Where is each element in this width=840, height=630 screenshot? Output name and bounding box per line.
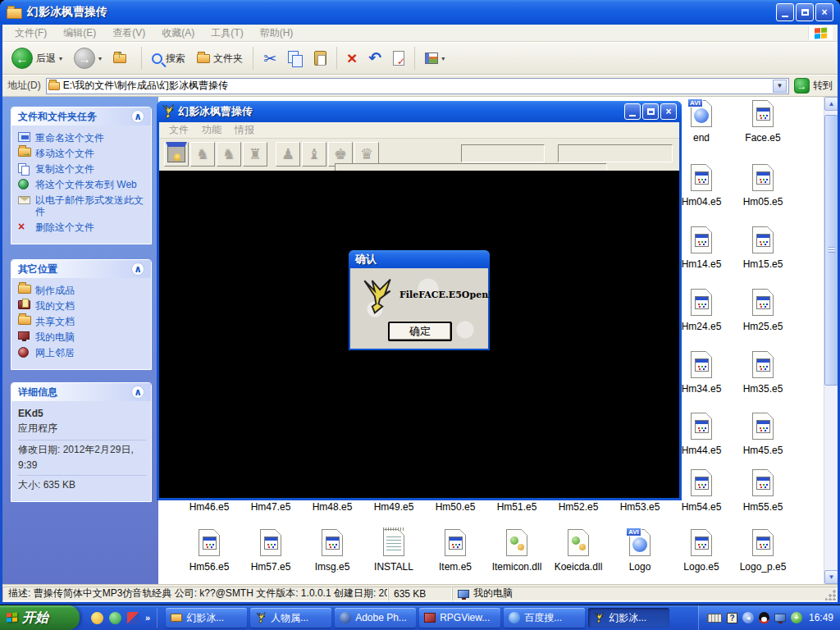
cut-button[interactable]: ✂ (259, 48, 281, 70)
taskbar-button-rpgviewer[interactable]: RPGView... (419, 608, 500, 628)
maximize-button[interactable] (796, 3, 814, 21)
menu-favorites[interactable]: 收藏(A) (154, 25, 202, 42)
file-item[interactable]: Hm56.e5 (180, 529, 238, 573)
chevron-up-icon[interactable]: ∧ (131, 386, 144, 399)
game-menu-info[interactable]: 情报 (228, 122, 261, 138)
forward-dropdown-icon[interactable]: ▾ (98, 55, 102, 62)
back-button[interactable]: ← 后退 ▾ (7, 46, 66, 71)
views-button[interactable]: ▾ (421, 51, 449, 66)
toolbar-button[interactable]: ♞ (217, 142, 241, 167)
taskbar-button-browser[interactable]: 百度搜... (504, 608, 585, 628)
place-parent-folder[interactable]: 制作成品 (18, 285, 146, 296)
taskbar-button-photoshop[interactable]: Adobe Ph... (335, 608, 416, 628)
file-item[interactable]: Logo_p.e5 (734, 529, 792, 573)
file-item[interactable]: Hm57.e5 (242, 529, 299, 573)
task-copy[interactable]: 复制这个文件 (18, 163, 146, 175)
taskbar-button-character[interactable]: 人物属... (250, 608, 331, 628)
clock[interactable]: 16:49 (809, 612, 833, 623)
file-item[interactable]: Hm35.e5 (734, 351, 792, 395)
place-shared-documents[interactable]: 共享文档 (18, 316, 146, 327)
taskbar-button-game-active[interactable]: 幻影冰... (588, 608, 669, 628)
task-email[interactable]: 以电子邮件形式发送此文件 (18, 194, 146, 217)
file-item[interactable]: Itemicon.dll (488, 529, 546, 573)
tray-clock-icon[interactable]: ◂ (742, 612, 754, 623)
place-my-computer[interactable]: 我的电脑 (18, 331, 146, 343)
minimize-button[interactable] (776, 3, 794, 21)
toolbar-button[interactable]: ♝ (302, 142, 326, 167)
file-item[interactable]: Hm55.e5 (734, 469, 792, 513)
file-item[interactable]: Hm25.e5 (734, 289, 792, 332)
file-item[interactable]: AVILogo (611, 529, 669, 573)
other-places-header[interactable]: 其它位置 ∧ (11, 260, 151, 278)
game-titlebar[interactable]: 幻影冰枫曹操传 × (157, 101, 682, 122)
task-publish[interactable]: 将这个文件发布到 Web (18, 179, 146, 190)
antivirus-icon[interactable]: + (791, 612, 802, 623)
place-my-documents[interactable]: 我的文档 (18, 300, 146, 312)
help-icon[interactable]: ? (727, 613, 737, 623)
address-combo[interactable]: E:\我的文件\制作成品\幻影冰枫曹操传 ▼ (46, 78, 789, 94)
minimize-button[interactable] (624, 103, 641, 120)
file-item[interactable]: Face.e5 (734, 100, 792, 144)
quick-launch-icon[interactable] (91, 612, 103, 624)
scrollbar-thumb[interactable] (824, 115, 838, 386)
address-dropdown-icon[interactable]: ▼ (773, 80, 787, 93)
forward-button[interactable]: → ▾ (70, 46, 106, 71)
menu-file[interactable]: 文件(F) (7, 25, 54, 42)
close-button[interactable]: × (815, 3, 833, 21)
task-delete[interactable]: × 删除这个文件 (18, 221, 146, 233)
quick-launch-icon[interactable] (127, 612, 139, 624)
file-item[interactable]: Hm15.e5 (734, 226, 792, 270)
file-item[interactable]: Imsg.e5 (304, 529, 361, 573)
file-item[interactable]: Item.e5 (427, 529, 484, 573)
properties-button[interactable] (389, 49, 409, 67)
quick-launch-icon[interactable] (109, 612, 121, 624)
network-icon[interactable] (774, 614, 786, 622)
castle-toolbar-button[interactable] (164, 142, 189, 167)
toolbar-button[interactable]: ♜ (243, 142, 267, 167)
game-menu-function[interactable]: 功能 (195, 122, 228, 138)
chevron-up-icon[interactable]: ∧ (131, 262, 144, 276)
task-move[interactable]: → 移动这个文件 (18, 148, 146, 159)
scroll-up-icon[interactable]: ▲ (824, 97, 838, 111)
ok-button[interactable]: 确定 (388, 322, 452, 341)
menu-view[interactable]: 查看(V) (105, 25, 153, 42)
file-item[interactable]: Hm05.e5 (734, 164, 792, 208)
file-item[interactable]: INSTALL (365, 529, 422, 573)
start-button[interactable]: 开始 (0, 605, 80, 630)
menu-tools[interactable]: 工具(T) (203, 25, 250, 42)
menu-edit[interactable]: 编辑(E) (56, 25, 103, 42)
game-menu-file[interactable]: 文件 (162, 122, 195, 138)
file-item[interactable]: Koeicda.dll (550, 529, 607, 573)
qq-icon[interactable] (759, 612, 769, 623)
quick-launch-overflow-icon[interactable]: » (145, 613, 150, 623)
toolbar-button[interactable]: ♟ (276, 142, 300, 167)
search-button[interactable]: 搜索 (148, 50, 189, 67)
up-button[interactable]: ↑ (109, 49, 135, 67)
close-button[interactable]: × (660, 103, 677, 120)
maximize-button[interactable] (642, 103, 659, 120)
scroll-down-icon[interactable]: ▼ (824, 570, 838, 584)
file-item[interactable]: Logo.e5 (673, 529, 730, 573)
undo-button[interactable]: ↶ (364, 49, 386, 67)
vertical-scrollbar[interactable]: ▲ ▼ (824, 97, 838, 584)
file-tasks-header[interactable]: 文件和文件夹任务 ∧ (11, 107, 151, 126)
copy-button[interactable] (284, 49, 307, 68)
dialog-titlebar[interactable]: 确认 (349, 250, 490, 268)
resize-grip[interactable] (825, 589, 837, 600)
place-network[interactable]: 网上邻居 (18, 347, 146, 358)
explorer-titlebar[interactable]: 幻影冰枫曹操传 × (0, 0, 840, 25)
chevron-up-icon[interactable]: ∧ (131, 110, 144, 123)
paste-button[interactable] (310, 49, 331, 67)
back-dropdown-icon[interactable]: ▾ (59, 55, 62, 62)
folders-button[interactable]: 文件夹 (193, 50, 247, 67)
taskbar-button-explorer[interactable]: 幻影冰... (166, 608, 247, 628)
menu-help[interactable]: 帮助(H) (253, 25, 301, 42)
toolbar-button[interactable]: ♞ (190, 142, 215, 167)
file-item[interactable]: Hm45.e5 (734, 413, 792, 456)
go-button[interactable]: → 转到 (794, 78, 833, 94)
delete-button[interactable]: × (343, 49, 361, 67)
address-text[interactable]: E:\我的文件\制作成品\幻影冰枫曹操传 (63, 79, 769, 93)
keyboard-layout-icon[interactable] (707, 614, 722, 623)
task-rename[interactable]: 重命名这个文件 (18, 132, 146, 144)
details-header[interactable]: 详细信息 ∧ (11, 383, 151, 401)
